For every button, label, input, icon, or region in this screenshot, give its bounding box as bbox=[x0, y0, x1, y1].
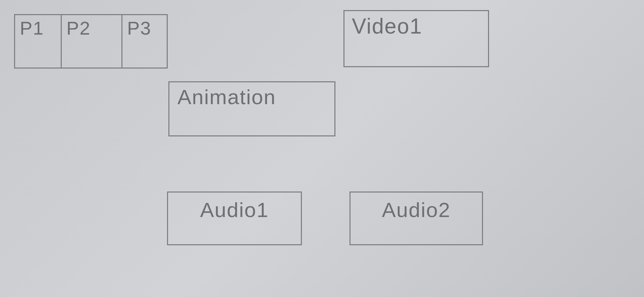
block-video1: Video1 bbox=[343, 10, 489, 67]
block-p2: P2 bbox=[61, 14, 122, 69]
block-animation: Animation bbox=[168, 81, 335, 136]
block-audio2: Audio2 bbox=[350, 192, 483, 245]
block-p1: P1 bbox=[14, 14, 62, 69]
block-audio1: Audio1 bbox=[167, 192, 302, 245]
block-p3: P3 bbox=[121, 14, 168, 69]
